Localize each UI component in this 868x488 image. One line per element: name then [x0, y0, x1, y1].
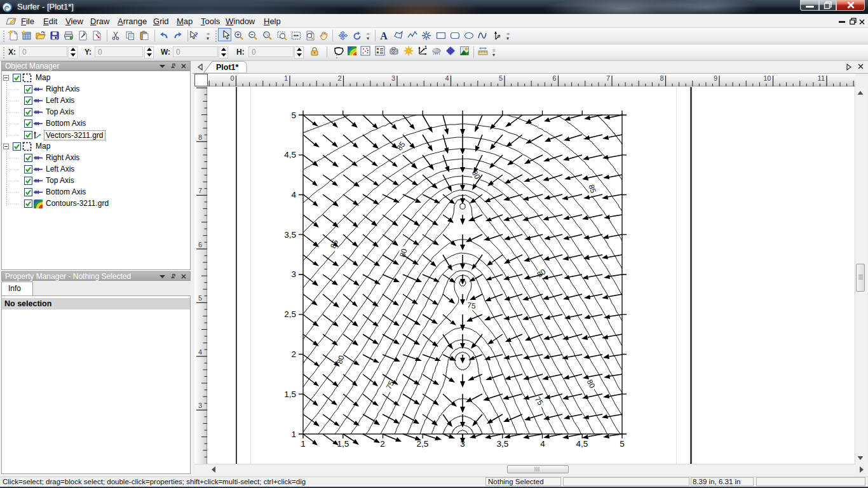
svg-text:8: 8	[198, 133, 202, 141]
svg-text:3,5: 3,5	[284, 230, 296, 240]
svg-text:5: 5	[198, 294, 202, 302]
svg-text:1: 1	[424, 46, 427, 50]
svg-text:2,5: 2,5	[284, 309, 296, 319]
svg-text:3: 3	[291, 269, 296, 279]
svg-text:5: 5	[620, 439, 625, 449]
svg-text:2: 2	[337, 74, 341, 82]
svg-text:2,5: 2,5	[417, 439, 429, 449]
svg-text:5: 5	[291, 111, 296, 120]
svg-text:8: 8	[660, 74, 663, 82]
svg-text:6: 6	[552, 74, 556, 82]
svg-text:A: A	[380, 30, 388, 41]
svg-text:10: 10	[763, 74, 771, 82]
svg-text:1: 1	[301, 439, 306, 449]
svg-text:3: 3	[198, 402, 202, 409]
svg-text:6: 6	[198, 241, 202, 248]
svg-text:3,5: 3,5	[497, 439, 509, 449]
svg-text:11: 11	[818, 74, 825, 82]
svg-text:3: 3	[391, 74, 395, 82]
svg-text:0: 0	[230, 74, 234, 82]
svg-text:1,5: 1,5	[337, 439, 349, 449]
svg-text:9: 9	[714, 74, 717, 82]
svg-text:5: 5	[499, 74, 503, 82]
svg-text:4: 4	[291, 190, 296, 200]
svg-text:1: 1	[284, 74, 288, 82]
svg-text:?: ?	[194, 30, 198, 38]
svg-text:1: 1	[291, 430, 296, 439]
svg-text:1,5: 1,5	[284, 390, 296, 399]
svg-text:2: 2	[380, 439, 385, 449]
svg-text:2: 2	[291, 349, 296, 359]
svg-text:4,5: 4,5	[284, 150, 296, 159]
svg-text:4: 4	[198, 348, 202, 356]
svg-text:75: 75	[466, 301, 476, 311]
svg-text:7: 7	[198, 187, 202, 194]
svg-text:4: 4	[445, 74, 449, 82]
svg-text:4,5: 4,5	[576, 439, 588, 449]
svg-text:4: 4	[540, 439, 545, 449]
svg-text:7: 7	[606, 74, 610, 82]
